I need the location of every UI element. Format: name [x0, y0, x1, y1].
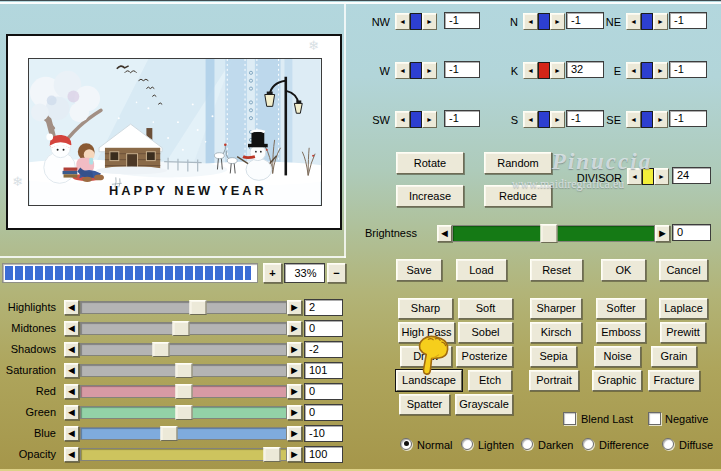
preset-portrait-button[interactable]: Portrait: [529, 370, 579, 391]
preset-grayscale-button[interactable]: Grayscale: [455, 394, 513, 415]
slider-right-arrow-icon[interactable]: ►: [287, 321, 302, 336]
spin-right-arrow-icon[interactable]: ►: [422, 13, 437, 30]
matrix-cell-value[interactable]: -1: [669, 12, 707, 29]
slider-track[interactable]: [80, 343, 287, 356]
slider-value-field[interactable]: 0: [304, 320, 343, 337]
slider-value-field[interactable]: -2: [304, 341, 343, 358]
slider-track[interactable]: [80, 385, 287, 398]
preset-sobel-button[interactable]: Sobel: [458, 322, 513, 343]
spin-right-arrow-icon[interactable]: ►: [550, 111, 565, 128]
reset-button[interactable]: Reset: [530, 259, 583, 281]
spinner-handle[interactable]: [410, 62, 422, 79]
preset-graphic-button[interactable]: Graphic: [592, 370, 642, 391]
spin-left-arrow-icon[interactable]: ◄: [395, 13, 410, 30]
slider-right-arrow-icon[interactable]: ►: [287, 363, 302, 378]
spin-right-arrow-icon[interactable]: ►: [653, 111, 668, 128]
blend-mode-darken-radio[interactable]: [521, 438, 533, 450]
slider-value-field[interactable]: -10: [304, 425, 343, 442]
slider-track[interactable]: [80, 448, 287, 461]
slider-thumb[interactable]: [263, 447, 280, 462]
slider-left-arrow-icon[interactable]: ◄: [64, 300, 79, 315]
preset-soft-button[interactable]: Soft: [458, 298, 513, 319]
slider-value-field[interactable]: 0: [304, 383, 343, 400]
spinner-handle[interactable]: [410, 13, 422, 30]
preset-sepia-button[interactable]: Sepia: [530, 346, 577, 367]
slider-left-arrow-icon[interactable]: ◄: [64, 426, 79, 441]
slider-right-arrow-icon[interactable]: ►: [287, 342, 302, 357]
preset-sharp-button[interactable]: Sharp: [398, 298, 453, 319]
spin-right-arrow-icon[interactable]: ►: [654, 168, 669, 185]
slider-right-arrow-icon[interactable]: ►: [287, 426, 302, 441]
preset-fracture-button[interactable]: Fracture: [648, 370, 700, 391]
spin-left-arrow-icon[interactable]: ◄: [523, 111, 538, 128]
random-button[interactable]: Random: [484, 152, 552, 174]
divisor-value[interactable]: 24: [672, 167, 711, 184]
matrix-cell-value[interactable]: -1: [444, 12, 480, 29]
increase-button[interactable]: Increase: [396, 185, 464, 207]
zoom-out-button[interactable]: −: [327, 263, 346, 283]
slider-thumb[interactable]: [175, 363, 192, 378]
spin-left-arrow-icon[interactable]: ◄: [626, 62, 641, 79]
brightness-thumb[interactable]: [541, 224, 558, 243]
matrix-cell-value[interactable]: -1: [669, 110, 707, 127]
blend-mode-diffuse-radio[interactable]: [662, 438, 674, 450]
slider-track[interactable]: [80, 364, 287, 377]
blend-mode-difference-radio[interactable]: [582, 438, 594, 450]
matrix-cell-value[interactable]: -1: [669, 61, 707, 78]
zoom-in-button[interactable]: +: [263, 263, 282, 283]
spinner-handle[interactable]: [538, 62, 550, 79]
blend-mode-lighten-radio[interactable]: [461, 438, 473, 450]
spin-right-arrow-icon[interactable]: ►: [550, 62, 565, 79]
slider-track[interactable]: [80, 322, 287, 335]
brightness-value[interactable]: 0: [672, 224, 711, 241]
slider-value-field[interactable]: 2: [304, 299, 343, 316]
reduce-button[interactable]: Reduce: [484, 185, 552, 207]
preset-softer-button[interactable]: Softer: [596, 298, 646, 319]
rotate-button[interactable]: Rotate: [396, 152, 464, 174]
blend-mode-normal-radio[interactable]: [400, 438, 412, 450]
preset-laplace-button[interactable]: Laplace: [659, 298, 708, 319]
slider-left-arrow-icon[interactable]: ◄: [64, 342, 79, 357]
spin-left-arrow-icon[interactable]: ◄: [395, 62, 410, 79]
preset-grain-button[interactable]: Grain: [651, 346, 697, 367]
preset-spatter-button[interactable]: Spatter: [399, 394, 450, 415]
blend-last-checkbox[interactable]: [563, 412, 576, 425]
slider-left-arrow-icon[interactable]: ◄: [437, 225, 452, 242]
spinner-handle[interactable]: [641, 111, 653, 128]
slider-right-arrow-icon[interactable]: ►: [287, 384, 302, 399]
slider-left-arrow-icon[interactable]: ◄: [64, 384, 79, 399]
spin-left-arrow-icon[interactable]: ◄: [626, 111, 641, 128]
slider-value-field[interactable]: 101: [304, 362, 343, 379]
preset-etch-button[interactable]: Etch: [468, 370, 512, 391]
spinner-handle[interactable]: [642, 168, 654, 185]
slider-track[interactable]: [80, 406, 287, 419]
preset-prewitt-button[interactable]: Prewitt: [660, 322, 706, 343]
spin-left-arrow-icon[interactable]: ◄: [523, 62, 538, 79]
spinner-handle[interactable]: [538, 111, 550, 128]
preset-posterize-button[interactable]: Posterize: [456, 346, 513, 367]
slider-thumb[interactable]: [161, 426, 178, 441]
spinner-handle[interactable]: [641, 62, 653, 79]
slider-thumb[interactable]: [173, 321, 190, 336]
slider-right-arrow-icon[interactable]: ►: [655, 225, 670, 242]
slider-thumb[interactable]: [152, 342, 169, 357]
matrix-cell-value[interactable]: -1: [444, 61, 480, 78]
slider-left-arrow-icon[interactable]: ◄: [64, 321, 79, 336]
cancel-button[interactable]: Cancel: [659, 259, 708, 281]
slider-right-arrow-icon[interactable]: ►: [287, 447, 302, 462]
spin-right-arrow-icon[interactable]: ►: [422, 62, 437, 79]
spinner-handle[interactable]: [410, 111, 422, 128]
slider-right-arrow-icon[interactable]: ►: [287, 405, 302, 420]
ok-button[interactable]: OK: [601, 259, 646, 281]
preset-noise-button[interactable]: Noise: [594, 346, 641, 367]
spin-left-arrow-icon[interactable]: ◄: [626, 13, 641, 30]
slider-track[interactable]: [80, 427, 287, 440]
slider-thumb[interactable]: [189, 300, 206, 315]
spin-right-arrow-icon[interactable]: ►: [422, 111, 437, 128]
slider-value-field[interactable]: 0: [304, 404, 343, 421]
preset-emboss-button[interactable]: Emboss: [596, 322, 646, 343]
spin-right-arrow-icon[interactable]: ►: [653, 13, 668, 30]
spin-left-arrow-icon[interactable]: ◄: [395, 111, 410, 128]
matrix-cell-value[interactable]: -1: [444, 110, 480, 127]
spinner-handle[interactable]: [641, 13, 653, 30]
